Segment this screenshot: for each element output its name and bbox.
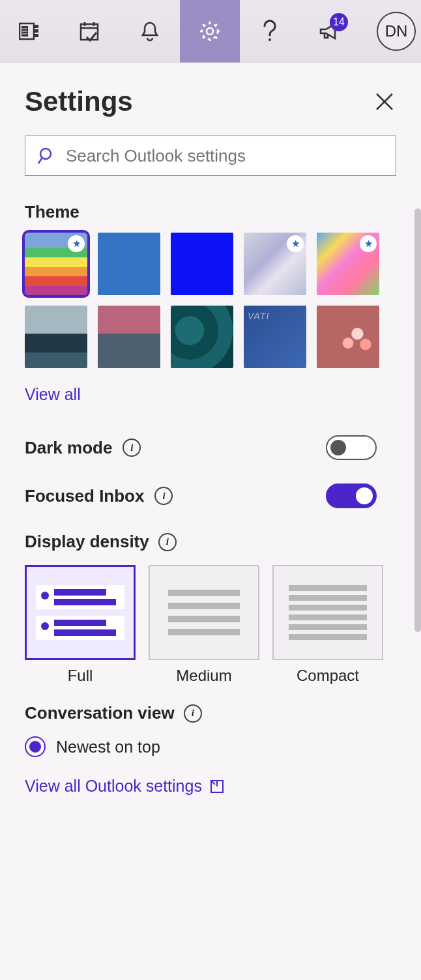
theme-tile-wave[interactable] — [25, 306, 87, 368]
close-icon — [373, 90, 396, 113]
bell-icon — [138, 20, 162, 43]
focused-inbox-label: Focused Inbox — [25, 486, 144, 506]
question-icon — [258, 20, 282, 43]
avatar[interactable]: DN — [377, 12, 416, 51]
search-input[interactable] — [66, 146, 384, 166]
settings-panel: Settings Theme ★ ★ ★ View all Dark mode … — [0, 63, 421, 980]
calendar-check-icon — [78, 20, 102, 43]
open-pane-icon — [210, 779, 224, 794]
svg-rect-2 — [35, 25, 38, 28]
help-button[interactable] — [240, 0, 300, 63]
theme-tile-ribbons[interactable]: ★ — [244, 233, 306, 295]
calendar-check-button[interactable] — [60, 0, 120, 63]
display-density-label: Display density — [25, 532, 149, 552]
announcements-button[interactable]: 14 — [300, 0, 360, 63]
density-option-medium[interactable]: Medium — [149, 565, 259, 685]
theme-grid: ★ ★ ★ — [25, 233, 396, 368]
conversation-view-label: Conversation view — [25, 703, 175, 723]
conversation-option-newest[interactable]: Newest on top — [25, 736, 396, 757]
premium-star-icon: ★ — [287, 235, 304, 252]
svg-rect-4 — [35, 34, 38, 37]
svg-rect-5 — [81, 24, 98, 40]
avatar-initials: DN — [385, 22, 408, 40]
theme-tile-blue[interactable] — [98, 233, 160, 295]
view-all-settings-link[interactable]: View all Outlook settings — [25, 777, 224, 796]
scrollbar[interactable] — [414, 209, 421, 632]
premium-star-icon: ★ — [68, 235, 85, 252]
density-label-compact: Compact — [272, 667, 383, 685]
theme-section-label: Theme — [25, 202, 396, 222]
premium-star-icon: ★ — [360, 235, 377, 252]
density-label-full: Full — [25, 667, 136, 685]
svg-point-9 — [40, 149, 51, 159]
density-option-full[interactable]: Full — [25, 565, 136, 685]
theme-tile-circuit[interactable] — [171, 306, 233, 368]
notifications-button[interactable] — [120, 0, 180, 63]
theme-tile-unicorn[interactable]: ★ — [317, 233, 379, 295]
theme-tile-blueprint[interactable] — [244, 306, 306, 368]
dark-mode-toggle[interactable] — [326, 435, 377, 460]
conversation-option-label: Newest on top — [56, 738, 160, 757]
info-icon[interactable]: i — [123, 439, 141, 457]
density-option-compact[interactable]: Compact — [272, 565, 383, 685]
info-icon[interactable]: i — [154, 487, 173, 505]
theme-tile-bokeh[interactable] — [317, 306, 379, 368]
theme-tile-rainbow[interactable]: ★ — [25, 233, 87, 295]
notification-badge: 14 — [330, 13, 348, 31]
dark-mode-label: Dark mode — [25, 438, 112, 458]
top-toolbar: 14 DN — [0, 0, 421, 63]
settings-button[interactable] — [180, 0, 240, 63]
panel-title: Settings — [25, 86, 133, 117]
svg-point-6 — [207, 28, 213, 35]
svg-point-8 — [269, 38, 271, 41]
radio-icon — [25, 736, 46, 757]
info-icon[interactable]: i — [158, 533, 177, 551]
theme-tile-brightblue[interactable] — [171, 233, 233, 295]
search-icon — [37, 146, 57, 166]
theme-tile-palms[interactable] — [98, 306, 160, 368]
gear-icon — [198, 20, 222, 43]
search-input-container[interactable] — [25, 136, 396, 176]
onenote-button[interactable] — [0, 0, 60, 63]
density-label-medium: Medium — [149, 667, 259, 685]
onenote-icon — [18, 20, 42, 43]
focused-inbox-toggle[interactable] — [326, 483, 377, 508]
info-icon[interactable]: i — [184, 704, 202, 723]
close-button[interactable] — [373, 90, 396, 113]
svg-point-7 — [202, 23, 218, 39]
svg-rect-3 — [35, 29, 38, 33]
view-all-themes-link[interactable]: View all — [25, 385, 81, 404]
